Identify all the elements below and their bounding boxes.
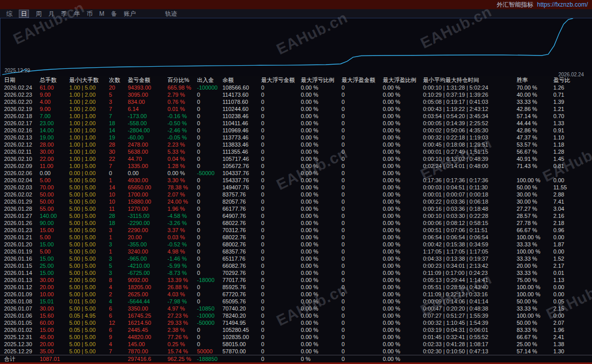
cell-maxlosspct: 0.00 % xyxy=(301,91,342,98)
cell-percent: 29.33 % xyxy=(167,319,197,326)
cell-lots: 19.00 xyxy=(40,134,69,141)
cell-minmax: 5.00 | 5.00 xyxy=(69,177,109,184)
table-row[interactable]: 2026.02.204.001.00 | 2.003834.000.76 %01… xyxy=(0,98,592,105)
header-maxlosspct: 最大浮亏比例 xyxy=(301,76,342,84)
table-row[interactable]: 2026.01.0615.600.05 | 4.95616745.2527.23… xyxy=(0,312,592,319)
table-row[interactable]: 2026.02.199.001.00 | 2.0076.140.01 %0110… xyxy=(0,105,592,113)
menu-item-账户[interactable]: 账户 xyxy=(124,10,136,17)
table-row[interactable]: 2026.02.187.001.00 | 1.007-173.00-0.16 %… xyxy=(0,113,592,120)
cell-winrate: 50.00 % xyxy=(517,184,553,191)
cell-plratio: 1.52 xyxy=(553,255,592,262)
table-row[interactable]: 2026.02.045.005.00 | 5.0014930.003.30 %0… xyxy=(0,177,592,184)
table-row[interactable]: 2026.01.215.005.00 | 5.00120.000.03 %068… xyxy=(0,234,592,241)
brand-url-link[interactable]: https://fxznzb.com/ xyxy=(537,1,588,8)
table-row[interactable]: 2026.02.1723.001.00 | 2.0018-558.00-0.50… xyxy=(0,120,592,127)
table-row[interactable]: 2026.02.0370.005.00 | 5.001465650.0078.3… xyxy=(0,184,592,191)
menu-item-月[interactable]: 月 xyxy=(48,10,54,17)
cell-times: 0:00:10 | 1:31:28 | 5:02:24 xyxy=(423,84,517,91)
menu-item-M[interactable]: M xyxy=(99,10,104,17)
cell-maxprofit: 0 xyxy=(342,184,383,191)
table-row[interactable]: 2026.01.0730.005.00 | 5.0063350.004.97 %… xyxy=(0,305,592,312)
table-row[interactable]: 2026.02.1022.001.00 | 1.002244.700.04 %0… xyxy=(0,155,592,162)
table-row[interactable]: 2026.02.1614.001.00 | 1.0014-2804.00-2.4… xyxy=(0,127,592,134)
menu-item-日[interactable]: 日 xyxy=(19,10,29,18)
cell-balance: 77017.76 xyxy=(222,276,261,284)
menu-item-季[interactable]: 季 xyxy=(61,10,67,17)
cell-cashflow: 0 xyxy=(197,141,222,148)
menu-item-币[interactable]: 币 xyxy=(87,10,93,17)
table-row[interactable]: 2026.02.1319.001.00 | 1.0019-60.00-0.05 … xyxy=(0,134,592,141)
table-row[interactable]: 2026.01.1220.005.00 | 5.00418205.0026.88… xyxy=(0,284,592,291)
table-row[interactable]: 2026.01.2950.005.00 | 5.001015880.0024.0… xyxy=(0,198,592,205)
table-row[interactable]: 2026.01.2315.005.00 | 5.0032290.003.37 %… xyxy=(0,227,592,234)
table-row[interactable]: 2025.12.3145.005.00 | 5.00944820.0077.26… xyxy=(0,333,592,341)
header-maxprofit: 最大浮盈金额 xyxy=(342,76,383,84)
table-row[interactable]: 2026.01.2855.005.00 | 5.00111270.001.96 … xyxy=(0,205,592,212)
cell-percent: 962.25 % xyxy=(167,355,197,362)
table-row[interactable]: 2026.01.0910.005.00 | 5.0022625.004.03 %… xyxy=(0,291,592,298)
table-row[interactable]: 2026.01.1330.002.00 | 5.0089092.0013.39 … xyxy=(0,276,592,284)
cell-count: 7 xyxy=(109,113,128,120)
cell-times: 1:17:05 | 1:17:05 | 1:17:05 xyxy=(423,248,517,255)
cell-plratio: 0.00 xyxy=(553,248,592,255)
cell-profit: 3095.00 xyxy=(128,91,167,98)
menu-item-年[interactable]: 年 xyxy=(74,10,80,17)
table-row[interactable]: 2026.01.0215.000.05 | 5.0062445.452.38 %… xyxy=(0,326,592,333)
total-row[interactable]: 合计1087.01297416.6962.25 %-18885000 %00.0… xyxy=(0,355,592,362)
table-row[interactable]: 2025.12.2935.005.00 | 5.0077870.0015.74 … xyxy=(0,348,592,355)
table-row[interactable]: 2026.01.0815.010.01 | 5.004-5644.44-7.98… xyxy=(0,298,592,305)
table-row[interactable]: 2026.02.1228.001.00 | 1.00282478.002.23 … xyxy=(0,141,592,148)
table-row[interactable]: 2026.01.2690.005.00 | 5.0018-2290.00-3.2… xyxy=(0,219,592,227)
cell-count: 5 xyxy=(109,262,128,269)
cell-maxloss: 0 xyxy=(261,155,301,162)
cell-cashflow: -10850 xyxy=(197,305,222,312)
cell-balance: 68022.76 xyxy=(222,219,261,227)
cell-maxlosspct: 0.00 % xyxy=(301,84,342,91)
table-row[interactable]: 2026.01.2015.005.00 | 5.003-355.00-0.52 … xyxy=(0,241,592,248)
table-row[interactable]: 2026.01.1525.005.00 | 5.005-4210.00-5.99… xyxy=(0,262,592,269)
table-row[interactable]: 2026.01.0560.005.00 | 5.001216214.5029.3… xyxy=(0,319,592,326)
cell-maxprofitpct: 0.00 % xyxy=(383,298,423,305)
menu-item-综[interactable]: 综 xyxy=(6,10,12,17)
menu-item-轨迹[interactable]: 轨迹 xyxy=(165,10,177,17)
cell-lots: 0.00 xyxy=(40,170,69,177)
table-row[interactable]: 2026.02.0250.005.00 | 5.00101700.002.07 … xyxy=(0,191,592,198)
cell-profit: 15880.00 xyxy=(128,198,167,205)
table-row[interactable]: 2026.01.1415.005.00 | 5.003-6725.00-8.73… xyxy=(0,269,592,276)
cell-maxprofit: 0 xyxy=(342,98,383,105)
cell-date: 2026.01.16 xyxy=(4,255,40,262)
table-row[interactable]: 2026.02.239.001.00 | 2.0053095.002.79 %0… xyxy=(0,91,592,98)
table-row[interactable]: 2026.01.27140.005.00 | 5.0028-3115.00-4.… xyxy=(0,212,592,219)
cell-count: 3 xyxy=(109,255,128,262)
table-row[interactable]: 2026.02.060.000.00 | 0.0000.000.00 %-500… xyxy=(0,170,592,177)
table-row[interactable]: 2025.12.3020.005.00 | 5.004145.000.25 %0… xyxy=(0,341,592,348)
table-row[interactable]: 2026.02.0911.001.00 | 5.0071335.001.28 %… xyxy=(0,162,592,170)
cell-minmax: 1.00 | 2.00 xyxy=(69,91,109,98)
cell-plratio: 1.38 xyxy=(553,341,592,348)
cell-minmax: 5.00 | 5.00 xyxy=(69,205,109,212)
cell-times: 0:00:43 | 1:19:22 | 2:43:12 xyxy=(423,105,517,113)
table-row[interactable]: 2026.01.1615.005.00 | 5.003-965.00-1.46 … xyxy=(0,255,592,262)
cell-cashflow: 0 xyxy=(197,155,222,162)
balance-chart-svg xyxy=(1,18,592,76)
cell-maxprofitpct: 0.00 % xyxy=(383,248,423,255)
table-row[interactable]: 2026.02.1130.001.00 | 1.00305638.005.33 … xyxy=(0,148,592,155)
cell-profit: -4210.00 xyxy=(128,262,167,269)
table-row[interactable]: 2026.01.195.005.00 | 5.0013240.004.98 %0… xyxy=(0,248,592,255)
cell-plratio: 0.91 xyxy=(553,127,592,134)
cell-balance: 105280.45 xyxy=(222,326,261,333)
cell-minmax: 1.00 | 1.00 xyxy=(69,148,109,155)
header-date: 日期 xyxy=(4,76,40,84)
cell-plratio: 3.04 xyxy=(553,205,592,212)
cell-maxloss: 0 xyxy=(261,113,301,120)
table-row[interactable]: 2026.02.2461.001.00 | 5.002094393.00665.… xyxy=(0,84,592,91)
menu-item-周[interactable]: 周 xyxy=(36,10,42,17)
cell-plratio: 1.96 xyxy=(553,326,592,333)
cell-profit: 4930.00 xyxy=(128,177,167,184)
cell-minmax: 5.00 | 5.00 xyxy=(69,219,109,227)
cell-maxprofit: 0 xyxy=(342,191,383,198)
cell-times: 0:00:47 | 0:20:20 | 0:48:38 xyxy=(423,305,517,312)
menu-item-备[interactable]: 备 xyxy=(111,10,117,17)
cell-maxloss: 0 xyxy=(261,241,301,248)
cell-date: 2026.01.02 xyxy=(4,326,40,333)
